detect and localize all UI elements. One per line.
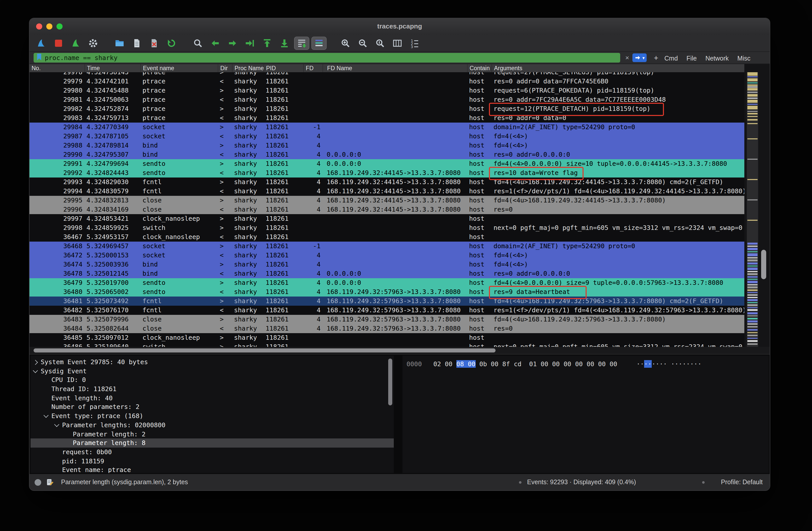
packet-row[interactable]: 299844.324770349socket>sharky118261-1hos… [29, 122, 744, 132]
zoom-in-icon[interactable] [338, 36, 353, 49]
packet-row[interactable]: 299884.324789814bind>sharky1182614hostfd… [29, 141, 744, 150]
packet-row[interactable]: 364845.325082644close<sharky1182614168.1… [29, 324, 744, 333]
packet-row[interactable]: 299924.324824443sendto<sharky1182614168.… [29, 168, 744, 177]
cell-container: host [467, 333, 492, 342]
packet-row[interactable]: 364725.325000153socket<sharky1182614host… [29, 251, 744, 260]
detail-row[interactable]: System Event 29785: 40 bytes [30, 357, 394, 367]
detail-row[interactable]: Parameter length: 2 [30, 429, 394, 439]
zoom-out-icon[interactable] [355, 36, 371, 49]
go-to-last-icon[interactable] [277, 36, 292, 49]
packet-row[interactable]: 364825.325076170fcntl<sharky1182614168.1… [29, 306, 744, 315]
packet-row[interactable]: 299814.324750063ptrace<sharky118261hostr… [29, 95, 744, 104]
packet-row[interactable]: 299904.324795307bind<sharky11826140.0.0.… [29, 150, 744, 159]
packet-row[interactable]: 364685.324969457socket>sharky118261-1hos… [29, 241, 744, 251]
detail-row[interactable]: request: 0b00 [30, 447, 394, 457]
cell-fd [303, 77, 322, 86]
packet-row[interactable]: 299824.324752874ptrace>sharky118261hostr… [29, 104, 744, 114]
cell-proc: sharky [232, 223, 263, 233]
column-header-no-[interactable]: No. [29, 64, 85, 72]
column-header-dir[interactable]: Dir [218, 64, 232, 72]
stop-capture-icon[interactable] [51, 36, 66, 49]
packet-row[interactable]: 299964.324834169close<sharky1182614168.1… [29, 205, 744, 214]
column-header-pid[interactable]: PID [263, 64, 303, 72]
packet-row[interactable]: 299804.324745488ptrace>sharky118261hostr… [29, 86, 744, 95]
detail-row[interactable]: Number of parameters: 2 [30, 402, 394, 412]
go-to-first-icon[interactable] [260, 36, 275, 49]
column-header-arguments[interactable]: Arguments [492, 64, 744, 72]
packet-list-vscrollbar[interactable] [761, 250, 766, 279]
packet-row[interactable]: 299934.324829030fcntl>sharky1182614168.1… [29, 177, 744, 187]
detail-row[interactable]: CPU ID: 0 [30, 375, 394, 384]
detail-row[interactable]: Parameter length: 8 [30, 439, 394, 447]
wireshark-start-capture-icon[interactable] [33, 36, 49, 49]
detail-row[interactable]: Event type: ptrace (168) [30, 412, 394, 421]
save-file-icon[interactable] [129, 36, 145, 49]
capture-options-icon[interactable] [86, 36, 101, 49]
packet-row[interactable]: 364855.325097012clock_nanosleep>sharky11… [29, 333, 744, 342]
profile-status[interactable]: Profile: Default [721, 474, 763, 491]
clear-filter-icon[interactable]: × [625, 54, 629, 61]
column-header-fd[interactable]: FD [303, 64, 322, 72]
colorize-icon[interactable] [311, 36, 327, 49]
column-header-time[interactable]: Time [85, 64, 141, 72]
packet-row[interactable]: 299914.324799694sendto>sharky11826140.0.… [29, 159, 744, 168]
expert-info-icon[interactable] [34, 479, 41, 486]
number-columns-icon[interactable]: 123 [407, 36, 422, 49]
packet-row[interactable]: 299834.324759713ptrace<sharky118261hostr… [29, 114, 744, 122]
detail-row[interactable]: Event length: 40 [30, 394, 394, 402]
packet-row[interactable]: 299974.324853421clock_nanosleep>sharky11… [29, 214, 744, 223]
filter-button-file[interactable]: File [686, 55, 697, 62]
hscrollbar-thumb[interactable] [33, 349, 495, 353]
resize-columns-icon[interactable] [390, 36, 405, 49]
packet-row[interactable]: 364785.325012145bind<sharky11826140.0.0.… [29, 269, 744, 278]
go-forward-icon[interactable] [225, 36, 240, 49]
filter-button-misc[interactable]: Misc [738, 55, 751, 62]
packet-row[interactable]: 299944.324830579fcntl<sharky1182614168.1… [29, 187, 744, 196]
find-packet-icon[interactable] [190, 36, 205, 49]
apply-filter-button[interactable]: ▾ [632, 54, 647, 62]
packet-row[interactable]: 364865.325109640switch>sharky118261hostn… [29, 342, 744, 347]
filter-button-cmd[interactable]: Cmd [665, 55, 678, 62]
filter-dropdown-icon[interactable]: ▾ [642, 55, 644, 60]
reload-file-icon[interactable] [164, 36, 179, 49]
detail-row[interactable]: pid: 118159 [30, 457, 394, 466]
packet-row[interactable]: 364835.325079996close>sharky1182614168.1… [29, 315, 744, 324]
capture-comment-icon[interactable] [46, 478, 54, 488]
detail-row[interactable]: Sysdig Event [30, 367, 394, 375]
auto-scroll-icon[interactable] [294, 36, 309, 49]
filter-button-network[interactable]: Network [706, 55, 729, 62]
restart-capture-icon[interactable] [68, 36, 84, 49]
minimap-stripe [748, 279, 757, 280]
column-header-fd-name[interactable]: FD Name [322, 64, 467, 72]
packet-row[interactable]: 364815.325073492fcntl>sharky1182614168.1… [29, 296, 744, 306]
close-file-icon[interactable] [146, 36, 162, 49]
packet-row[interactable]: 299984.324859925switch>sharky118261hostn… [29, 223, 744, 233]
detail-row[interactable]: Parameter lengths: 02000800 [30, 421, 394, 429]
packet-row[interactable]: 299784.324738143ptrace>sharky118261hostr… [29, 72, 744, 77]
column-header-event-name[interactable]: Event name [141, 64, 218, 72]
zoom-original-icon[interactable] [373, 36, 388, 49]
detail-pane-scrollbar[interactable] [388, 358, 392, 405]
packet-row[interactable]: 364795.325019700sendto>sharky11826140.0.… [29, 278, 744, 287]
packet-row[interactable]: 299874.324787105socket<sharky1182614host… [29, 132, 744, 141]
detail-row[interactable]: Thread ID: 118261 [30, 384, 394, 394]
cell-container: host [467, 86, 492, 95]
packet-row[interactable]: 364805.325065002sendto<sharky1182614168.… [29, 287, 744, 296]
packet-list-hscrollbar[interactable] [29, 347, 770, 354]
column-header-proc-name[interactable]: Proc Name [232, 64, 263, 72]
display-filter-input[interactable]: proc.name == sharky [33, 53, 620, 62]
add-filter-button[interactable]: + [654, 54, 658, 62]
packet-row[interactable]: 364675.324953157clock_nanosleep<sharky11… [29, 233, 744, 241]
detail-row[interactable]: Event name: ptrace [30, 466, 394, 473]
go-to-packet-icon[interactable] [242, 36, 258, 49]
go-back-icon[interactable] [207, 36, 223, 49]
bookmark-icon[interactable] [35, 53, 43, 63]
cell-time: 5.325000153 [85, 251, 141, 260]
intelligent-scrollbar[interactable] [746, 72, 758, 347]
packet-row[interactable]: 364745.325003936bind>sharky1182614hostfd… [29, 260, 744, 269]
packet-row[interactable]: 299954.324832813close>sharky1182614168.1… [29, 196, 744, 205]
open-file-icon[interactable] [112, 36, 127, 49]
packet-row[interactable]: 299794.324742101ptrace<sharky118261hostr… [29, 77, 744, 86]
hex-bytes-pane[interactable]: 0000 02 00 08 00 0b 00 8f cd 01 00 00 00… [403, 355, 769, 473]
column-header-contain[interactable]: Contain [467, 64, 492, 72]
